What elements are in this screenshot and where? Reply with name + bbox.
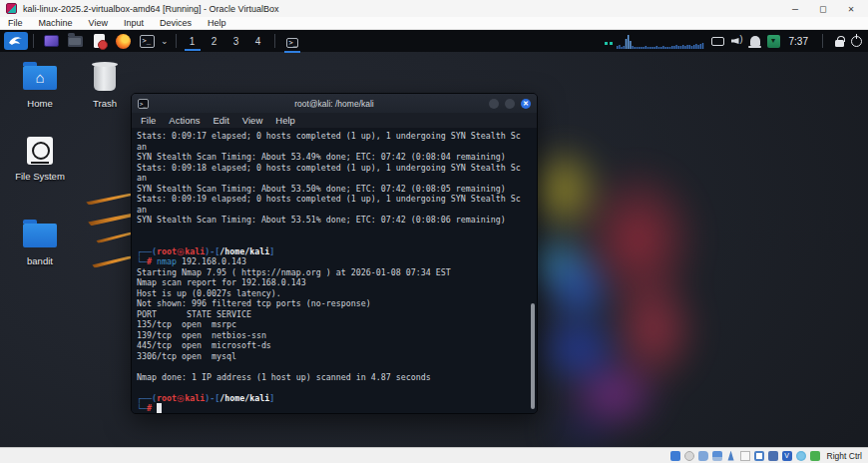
volume-icon[interactable] — [731, 36, 743, 46]
shared-folders-icon[interactable] — [740, 451, 750, 461]
firefox-button[interactable] — [114, 32, 132, 50]
panel-separator — [33, 34, 34, 48]
terminal-title: root@kali: /home/kali — [132, 99, 537, 109]
menu-file[interactable]: File — [8, 18, 23, 28]
features-icon[interactable]: V — [782, 451, 792, 461]
wallpaper-orange-stroke — [92, 255, 133, 267]
folder-icon — [68, 36, 83, 47]
workspace-3[interactable]: 3 — [225, 30, 247, 52]
screen-icon — [44, 35, 59, 47]
document-icon — [94, 34, 105, 48]
file-system-drive-icon — [27, 137, 53, 165]
trash-icon — [94, 65, 116, 91]
notifications-bell-icon[interactable] — [750, 36, 760, 46]
display-icon[interactable] — [754, 451, 764, 461]
bandit-folder-icon — [23, 224, 57, 247]
terminal-menubar: File Actions Edit View Help — [132, 113, 537, 129]
power-icon[interactable] — [851, 36, 862, 47]
text-editor-button[interactable] — [90, 32, 108, 50]
audio-icon[interactable] — [698, 451, 708, 461]
clock[interactable]: 7:37 — [787, 36, 810, 47]
mouse-integration-icon[interactable] — [796, 451, 806, 461]
panel-separator — [176, 34, 177, 48]
panel-separator — [822, 34, 823, 48]
kali-menu-button[interactable] — [4, 32, 28, 50]
screen-settings-button[interactable] — [42, 32, 60, 50]
desktop-icon-label: File System — [3, 171, 77, 182]
firefox-icon — [116, 34, 131, 49]
desktop-icon-home[interactable]: ⌂ Home — [3, 62, 77, 109]
terminal-scrollbar-thumb[interactable] — [531, 303, 535, 409]
desktop-icon-bandit[interactable]: bandit — [3, 220, 77, 266]
terminal-minimize-button[interactable] — [489, 99, 499, 109]
guest-screen: >_ ⌄ 1 2 3 4 >_ ▾ 7:37 ⌂ Home Trash File… — [0, 30, 868, 447]
vbox-vm-icon — [6, 3, 17, 14]
terminal-icon: >_ — [286, 38, 298, 48]
keyboard-icon[interactable] — [810, 451, 820, 461]
terminal-icon: >_ — [140, 35, 155, 48]
panel-separator — [274, 34, 275, 48]
menu-machine[interactable]: Machine — [39, 18, 73, 28]
terminal-menu-help[interactable]: Help — [275, 115, 295, 126]
close-button[interactable]: ✕ — [848, 0, 854, 17]
workspace-4[interactable]: 4 — [247, 30, 269, 52]
menu-view[interactable]: View — [89, 18, 108, 28]
wallpaper-paint-splash — [504, 100, 763, 447]
host-key-label: Right Ctrl — [827, 451, 862, 461]
kali-top-panel: >_ ⌄ 1 2 3 4 >_ ▾ 7:37 — [0, 30, 868, 52]
menu-help[interactable]: Help — [208, 18, 226, 28]
terminal-maximize-button[interactable] — [505, 99, 515, 109]
vbox-menubar: File Machine View Input Devices Help — [0, 17, 868, 30]
vbox-window-title: kali-linux-2025.2-virtualbox-amd64 [Runn… — [23, 4, 792, 14]
minimize-button[interactable]: – — [792, 0, 798, 17]
usb-icon[interactable] — [726, 451, 736, 461]
terminal-content[interactable]: Stats: 0:09:17 elapsed; 0 hosts complete… — [132, 129, 537, 414]
desktop-icon-file-system[interactable]: File System — [3, 135, 77, 182]
terminal-icon: >_ — [138, 99, 149, 109]
vbox-titlebar: kali-linux-2025.2-virtualbox-amd64 [Runn… — [0, 0, 868, 17]
optical-disc-icon[interactable] — [684, 451, 694, 461]
display-icon[interactable] — [711, 37, 724, 46]
home-folder-icon: ⌂ — [23, 66, 57, 90]
maximize-button[interactable]: □ — [820, 0, 826, 17]
chevron-down-icon[interactable]: ⌄ — [161, 36, 169, 46]
desktop-icon-label: Home — [3, 98, 77, 109]
menu-input[interactable]: Input — [124, 18, 144, 28]
file-manager-button[interactable] — [66, 32, 84, 50]
hdd-icon[interactable] — [670, 451, 680, 461]
network-icon[interactable] — [712, 451, 722, 461]
workspace-1[interactable]: 1 — [182, 30, 204, 52]
network-traffic-graph — [605, 33, 704, 49]
desktop-icon-label: bandit — [3, 255, 77, 266]
menu-devices[interactable]: Devices — [160, 18, 192, 28]
workspace-2[interactable]: 2 — [204, 30, 225, 52]
terminal-titlebar[interactable]: >_ root@kali: /home/kali ✕ — [132, 94, 537, 113]
terminal-menu-view[interactable]: View — [242, 115, 262, 126]
taskbar-terminal-window-button[interactable]: >_ — [280, 30, 304, 53]
terminal-window: >_ root@kali: /home/kali ✕ File Actions … — [131, 93, 538, 414]
terminal-menu-actions[interactable]: Actions — [169, 115, 200, 126]
wallpaper-orange-stroke — [96, 232, 135, 243]
terminal-launcher-button[interactable]: >_ — [138, 32, 156, 50]
clipboard-icon[interactable]: ▾ — [767, 35, 780, 48]
vbox-statusbar: V Right Ctrl — [0, 447, 868, 463]
wallpaper-orange-stroke — [86, 193, 133, 205]
recording-icon[interactable] — [768, 451, 778, 461]
kali-dragon-icon — [8, 34, 24, 48]
terminal-menu-file[interactable]: File — [141, 115, 156, 126]
terminal-close-button[interactable]: ✕ — [521, 99, 531, 109]
terminal-menu-edit[interactable]: Edit — [213, 115, 228, 126]
lock-icon[interactable] — [835, 40, 844, 47]
